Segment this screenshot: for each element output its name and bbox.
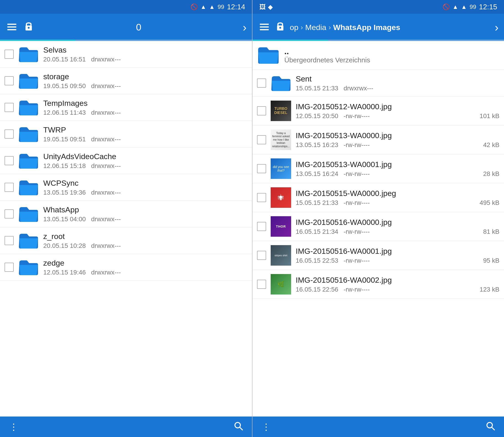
file-checkbox[interactable] bbox=[257, 79, 266, 88]
block-icon: 🚫 bbox=[443, 3, 450, 10]
file-meta: 13.05.15 19:36 drwxrwx--- bbox=[43, 189, 247, 196]
file-checkbox[interactable] bbox=[5, 263, 14, 272]
file-meta: 15.05.15 21:33 drwxrwx--- bbox=[296, 85, 499, 92]
file-checkbox[interactable] bbox=[5, 183, 14, 192]
list-item[interactable]: WhatsApp 13.05.15 04:00 drwxrwx--- bbox=[0, 201, 252, 227]
list-item[interactable]: Today a feminist asked me how I like les… bbox=[252, 125, 504, 154]
left-status-bar: 🚫 ▲ ▲ 99 12:14 bbox=[0, 0, 252, 14]
file-info: UnityAdsVideoCache 12.06.15 15:18 drwxrw… bbox=[43, 152, 247, 169]
parent-label: Übergeordnetes Verzeichnis bbox=[284, 56, 499, 64]
file-size: 95 kB bbox=[483, 257, 499, 264]
list-item[interactable]: Sent 15.05.15 21:33 drwxrwx--- bbox=[252, 70, 504, 97]
file-checkbox[interactable] bbox=[257, 106, 266, 115]
overflow-menu-icon[interactable]: ⋮ bbox=[9, 422, 18, 432]
file-checkbox[interactable] bbox=[257, 222, 266, 231]
file-checkbox[interactable] bbox=[5, 156, 14, 165]
file-name: TWRP bbox=[43, 125, 247, 134]
menu-icon[interactable] bbox=[5, 20, 18, 34]
dropbox-icon: ◆ bbox=[268, 3, 273, 11]
list-item[interactable]: TURBODIESEL IMG-20150512-WA0000.jpg 12.0… bbox=[252, 97, 504, 125]
left-status-icons: 🚫 ▲ ▲ 99 12:14 bbox=[191, 3, 245, 11]
battery-icon: 99 bbox=[470, 3, 476, 10]
breadcrumb: op › Media › WhatsApp Images bbox=[290, 23, 400, 32]
file-size: 28 kB bbox=[483, 170, 499, 178]
file-checkbox[interactable] bbox=[5, 103, 14, 112]
file-checkbox[interactable] bbox=[257, 193, 266, 202]
overflow-menu-icon[interactable]: ⋮ bbox=[262, 422, 271, 432]
search-icon[interactable] bbox=[486, 421, 495, 432]
file-info: WCPSync 13.05.15 19:36 drwxrwx--- bbox=[43, 179, 247, 196]
list-item[interactable]: TWRP 19.05.15 09:51 drwxrwx--- bbox=[0, 121, 252, 148]
right-status-icons: 🚫 ▲ ▲ 99 12:15 bbox=[443, 3, 497, 11]
left-toolbar: 0 › bbox=[0, 14, 252, 41]
file-checkbox[interactable] bbox=[257, 280, 266, 289]
thumbnail: THOR bbox=[271, 216, 291, 237]
breadcrumb-arrow-1: › bbox=[301, 23, 303, 31]
file-name: storage bbox=[43, 72, 247, 81]
parent-directory-item[interactable]: .. Übergeordnetes Verzeichnis bbox=[252, 41, 504, 70]
file-checkbox[interactable] bbox=[257, 164, 266, 173]
next-icon[interactable]: › bbox=[495, 21, 499, 34]
folder-icon bbox=[18, 205, 39, 223]
svg-rect-9 bbox=[260, 29, 269, 30]
file-size: 101 kB bbox=[480, 112, 499, 120]
folder-icon bbox=[18, 98, 39, 117]
list-item[interactable]: UnityAdsVideoCache 12.06.15 15:18 drwxrw… bbox=[0, 148, 252, 174]
thumbnail: did you see that? bbox=[271, 159, 291, 179]
file-name: IMG-20150516-WA0002.jpg bbox=[296, 276, 499, 285]
folder-icon bbox=[18, 45, 39, 63]
file-name: Selvas bbox=[43, 46, 247, 54]
file-name: IMG-20150515-WA0000.jpeg bbox=[296, 189, 499, 198]
list-item[interactable]: THOR IMG-20150516-WA0000.jpg 16.05.15 21… bbox=[252, 212, 504, 241]
file-info: IMG-20150513-WA0000.jpg 13.05.15 16:23 -… bbox=[296, 131, 499, 149]
file-meta: 12.05.15 20:50 -rw-rw---- bbox=[296, 112, 370, 120]
parent-dots: .. bbox=[284, 47, 499, 56]
file-checkbox[interactable] bbox=[5, 129, 14, 139]
menu-icon[interactable] bbox=[258, 20, 271, 34]
list-item[interactable]: storage 19.05.15 09:50 drwxrwx--- bbox=[0, 68, 252, 94]
folder-icon bbox=[18, 231, 39, 250]
file-info: z_root 20.05.15 10:28 drwxrwx--- bbox=[43, 232, 247, 249]
list-item[interactable]: did you see that? IMG-20150513-WA0001.jp… bbox=[252, 154, 504, 183]
file-meta: 20.05.15 10:28 drwxrwx--- bbox=[43, 242, 247, 249]
list-item[interactable]: 🌿 IMG-20150516-WA0002.jpg 16.05.15 22:56… bbox=[252, 270, 504, 299]
file-checkbox[interactable] bbox=[257, 135, 266, 144]
list-item[interactable]: WCPSync 13.05.15 19:36 drwxrwx--- bbox=[0, 174, 252, 201]
breadcrumb-arrow-2: › bbox=[329, 23, 331, 31]
battery-icon: 99 bbox=[218, 3, 224, 10]
search-icon[interactable] bbox=[234, 421, 243, 432]
image-icon: 🖼 bbox=[259, 3, 266, 11]
file-info: IMG-20150516-WA0000.jpg 16.05.15 21:34 -… bbox=[296, 218, 499, 235]
left-file-list: Selvas 20.05.15 16:51 drwxrwx--- storage… bbox=[0, 41, 252, 417]
file-name: WhatsApp bbox=[43, 205, 247, 214]
file-info: WhatsApp 13.05.15 04:00 drwxrwx--- bbox=[43, 205, 247, 223]
lock-icon[interactable] bbox=[23, 20, 35, 35]
next-icon[interactable]: › bbox=[243, 21, 247, 34]
file-size: 495 kB bbox=[480, 199, 499, 207]
file-meta: 16.05.15 22:56 -rw-rw---- bbox=[296, 286, 370, 293]
file-checkbox[interactable] bbox=[5, 76, 14, 85]
file-meta: 16.05.15 21:34 -rw-rw---- bbox=[296, 228, 370, 235]
progress-bar-container bbox=[0, 40, 252, 41]
file-name: IMG-20150516-WA0000.jpg bbox=[296, 218, 499, 227]
file-meta: 13.05.15 16:24 -rw-rw---- bbox=[296, 170, 370, 178]
list-item[interactable]: stripes shirt IMG-20150516-WA0001.jpg 16… bbox=[252, 241, 504, 270]
list-item[interactable]: z_root 20.05.15 10:28 drwxrwx--- bbox=[0, 227, 252, 254]
svg-rect-7 bbox=[260, 24, 269, 25]
list-item[interactable]: 🕷 IMG-20150515-WA0000.jpeg 15.05.15 21:3… bbox=[252, 183, 504, 212]
lock-icon[interactable] bbox=[274, 20, 286, 35]
left-phone-panel: 🚫 ▲ ▲ 99 12:14 0 › bbox=[0, 0, 252, 437]
file-checkbox[interactable] bbox=[5, 209, 14, 218]
file-meta: 19.05.15 09:51 drwxrwx--- bbox=[43, 136, 247, 143]
signal-icon: ▲ bbox=[461, 3, 467, 10]
list-item[interactable]: Selvas 20.05.15 16:51 drwxrwx--- bbox=[0, 41, 252, 68]
list-item[interactable]: TempImages 12.06.15 11:43 drwxrwx--- bbox=[0, 94, 252, 121]
file-name: IMG-20150516-WA0001.jpg bbox=[296, 247, 499, 256]
list-item[interactable]: zedge 12.05.15 19:46 drwxrwx--- bbox=[0, 254, 252, 281]
block-icon: 🚫 bbox=[191, 3, 198, 10]
file-checkbox[interactable] bbox=[5, 50, 14, 59]
file-checkbox[interactable] bbox=[5, 236, 14, 245]
file-meta: 12.06.15 15:18 drwxrwx--- bbox=[43, 162, 247, 169]
file-checkbox[interactable] bbox=[257, 251, 266, 260]
signal-icon: ▲ bbox=[209, 3, 215, 10]
